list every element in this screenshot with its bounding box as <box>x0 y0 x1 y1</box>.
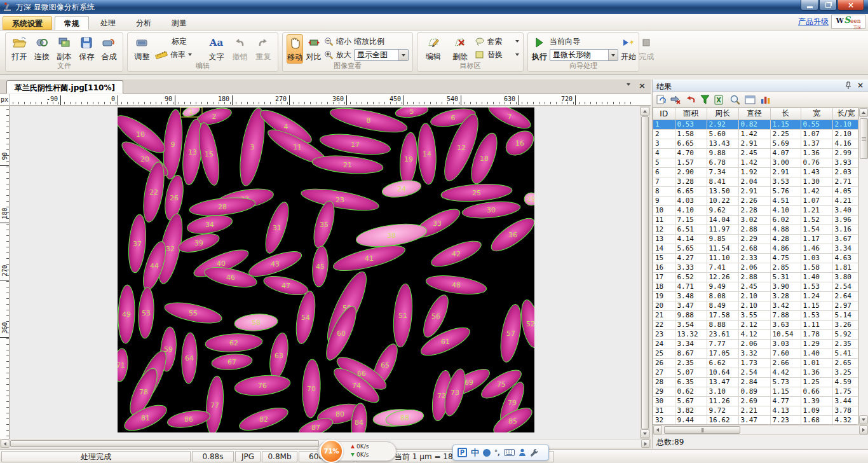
bacteria-image[interactable]: 1234567891011121314151617181920212223242… <box>118 107 534 432</box>
table-cell[interactable]: 6.62 <box>707 358 738 368</box>
table-cell[interactable]: 3.28 <box>770 291 801 301</box>
table-cell[interactable]: 2.85 <box>770 263 801 272</box>
table-cell[interactable]: 2 <box>653 129 675 139</box>
table-cell[interactable]: 1.68 <box>801 415 832 425</box>
table-cell[interactable]: 1.01 <box>801 358 832 368</box>
results-close-icon[interactable]: × <box>857 81 864 90</box>
table-cell[interactable]: 31 <box>653 406 675 415</box>
close-button[interactable]: × <box>837 0 864 11</box>
tab-analysis[interactable]: 分析 <box>127 16 160 30</box>
table-row[interactable]: 2313.3223.614.1210.541.785.92 <box>653 329 858 339</box>
table-cell[interactable]: 1.58 <box>801 263 832 272</box>
table-cell[interactable]: 3.90 <box>770 282 801 291</box>
results-scroll-right-icon[interactable] <box>859 425 868 434</box>
table-cell[interactable]: 2.45 <box>738 282 770 291</box>
table-cell[interactable]: 4.77 <box>770 396 801 406</box>
table-cell[interactable]: 8.88 <box>707 320 738 329</box>
copy-button[interactable]: 副本 <box>54 34 74 64</box>
table-cell[interactable]: 0.62 <box>675 387 707 396</box>
table-cell[interactable]: 3.47 <box>675 301 707 310</box>
table-cell[interactable]: 2.25 <box>770 129 801 139</box>
table-cell[interactable]: 3.40 <box>832 205 858 215</box>
finish-button[interactable]: 完成 <box>639 34 654 64</box>
column-header[interactable]: 长 <box>770 108 801 120</box>
table-cell[interactable]: 1.24 <box>801 291 832 301</box>
table-cell[interactable]: 4.42 <box>770 368 801 377</box>
results-scroll-left-icon[interactable] <box>653 425 662 434</box>
move-button[interactable]: 移动 <box>287 34 303 64</box>
table-cell[interactable]: 1.29 <box>801 339 832 349</box>
table-cell[interactable]: 15 <box>653 253 675 263</box>
table-cell[interactable]: 3.33 <box>675 263 707 272</box>
chart-icon[interactable] <box>760 95 771 104</box>
table-cell[interactable]: 1.73 <box>738 358 770 368</box>
redo-button[interactable]: 重复 <box>253 34 274 64</box>
table-cell[interactable]: 4.27 <box>675 253 707 263</box>
table-cell[interactable]: 2.54 <box>832 282 858 291</box>
execute-button[interactable]: 执行 <box>532 34 547 64</box>
column-header[interactable]: ID <box>653 108 675 120</box>
table-cell[interactable]: 14.04 <box>707 215 738 225</box>
connect-button[interactable]: 连接 <box>32 34 51 64</box>
table-cell[interactable]: 7.60 <box>770 349 801 358</box>
results-vertical-scrollbar[interactable] <box>858 107 868 425</box>
table-cell[interactable]: 9.88 <box>675 310 707 320</box>
table-cell[interactable]: 2.10 <box>738 291 770 301</box>
minimize-button[interactable] <box>801 0 818 11</box>
table-cell[interactable]: 1.07 <box>801 129 832 139</box>
table-cell[interactable]: 8.41 <box>707 177 738 186</box>
scroll-down-icon[interactable] <box>641 429 649 438</box>
table-cell[interactable]: 6.65 <box>675 186 707 196</box>
table-cell[interactable]: 12.26 <box>707 272 738 282</box>
table-cell[interactable]: 2.66 <box>770 358 801 368</box>
table-cell[interactable]: 2.91 <box>770 167 801 177</box>
panel-icon[interactable] <box>745 95 756 104</box>
table-cell[interactable]: 4.10 <box>770 205 801 215</box>
table-cell[interactable]: 1.15 <box>801 301 832 310</box>
table-cell[interactable]: 3.26 <box>832 320 858 329</box>
table-cell[interactable]: 24 <box>653 339 675 349</box>
export-delete-icon[interactable] <box>670 95 681 104</box>
table-cell[interactable]: 7.41 <box>707 263 738 272</box>
table-cell[interactable]: 13.32 <box>675 329 707 339</box>
table-row[interactable]: 117.1514.043.026.021.523.96 <box>653 215 858 225</box>
table-cell[interactable]: 2.91 <box>738 139 770 148</box>
table-cell[interactable]: 5.67 <box>675 396 707 406</box>
table-cell[interactable]: 1.46 <box>801 244 832 253</box>
table-cell[interactable]: 4.70 <box>675 148 707 158</box>
wizard-combobox[interactable]: 显微长形物 <box>550 49 618 61</box>
table-cell[interactable]: 3.47 <box>738 415 770 425</box>
table-cell[interactable]: 32 <box>653 415 675 425</box>
table-cell[interactable]: 0.82 <box>738 120 770 129</box>
table-cell[interactable]: 5.07 <box>675 368 707 377</box>
table-cell[interactable]: 2.35 <box>675 358 707 368</box>
table-cell[interactable]: 6.35 <box>675 377 707 387</box>
table-cell[interactable]: 3.02 <box>738 215 770 225</box>
scroll-up-icon[interactable] <box>641 107 649 116</box>
table-row[interactable]: 10.532.920.821.150.552.10 <box>653 120 858 129</box>
table-cell[interactable]: 9.88 <box>707 148 738 158</box>
table-cell[interactable]: 7.23 <box>770 415 801 425</box>
ime-punctuation-icon[interactable]: °, <box>494 449 500 456</box>
table-cell[interactable]: 3.44 <box>832 396 858 406</box>
table-cell[interactable]: 4.51 <box>770 196 801 205</box>
undo-button[interactable]: 撤销 <box>229 34 250 64</box>
table-cell[interactable]: 4.71 <box>675 282 707 291</box>
table-cell[interactable]: 7.88 <box>770 310 801 320</box>
table-cell[interactable]: 11.26 <box>707 396 738 406</box>
ime-wrench-icon[interactable] <box>530 448 538 457</box>
table-cell[interactable]: 3.00 <box>770 158 801 167</box>
table-cell[interactable]: 2.71 <box>832 177 858 186</box>
table-row[interactable]: 126.5111.972.884.881.543.16 <box>653 225 858 234</box>
table-cell[interactable]: 10.22 <box>707 196 738 205</box>
table-cell[interactable]: 6.78 <box>707 158 738 167</box>
scroll-left-icon[interactable] <box>1 439 10 448</box>
table-row[interactable]: 223.548.882.123.631.113.26 <box>653 320 858 329</box>
table-row[interactable]: 184.719.492.453.901.532.54 <box>653 282 858 291</box>
table-cell[interactable]: 2.90 <box>675 167 707 177</box>
table-cell[interactable]: 6.02 <box>770 215 801 225</box>
ime-keyboard-icon[interactable] <box>504 449 515 456</box>
table-row[interactable]: 286.3513.472.845.731.254.59 <box>653 377 858 387</box>
table-cell[interactable]: 9.62 <box>707 205 738 215</box>
table-cell[interactable]: 2.64 <box>832 291 858 301</box>
